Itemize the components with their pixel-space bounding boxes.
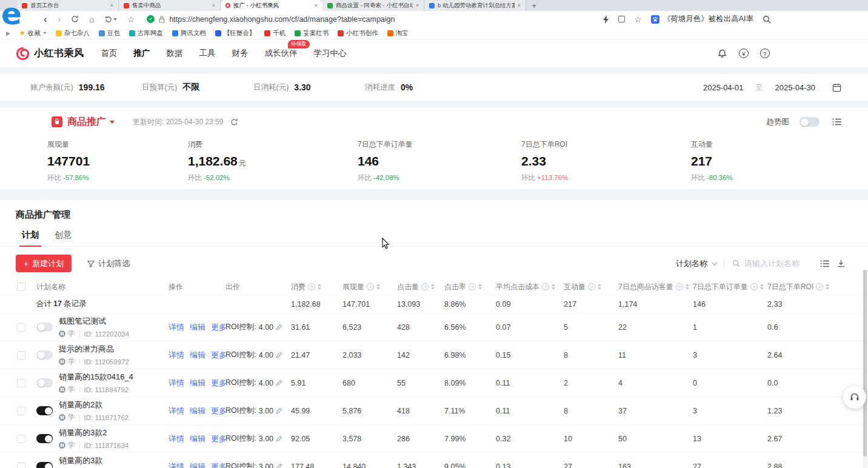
action-link-detail[interactable]: 详情 xyxy=(169,378,184,389)
edit-bid-icon[interactable] xyxy=(276,435,282,442)
campaign-filter-button[interactable]: 计划筛选 xyxy=(87,258,130,269)
customer-support-button[interactable] xyxy=(843,386,866,409)
column-header[interactable]: 展现量? xyxy=(342,282,397,292)
row-checkbox[interactable] xyxy=(17,323,25,332)
select-all-checkbox[interactable] xyxy=(17,282,25,291)
url-text[interactable]: https://chengfeng.xiaohongshu.com/cf/ad/… xyxy=(169,15,395,24)
action-link-edit[interactable]: 编辑 xyxy=(190,461,205,468)
menu-item-tools[interactable]: 工具 xyxy=(196,45,219,62)
action-link-edit[interactable]: 编辑 xyxy=(190,322,205,333)
bookmark-item[interactable]: 妥案红书 xyxy=(295,29,329,38)
campaign-name[interactable]: 销量高的15款0416_4 xyxy=(59,372,133,383)
info-icon[interactable]: ? xyxy=(750,283,758,290)
tab-close-icon[interactable]: × xyxy=(416,2,419,8)
campaign-toggle[interactable] xyxy=(36,350,53,359)
help-icon[interactable]: ? xyxy=(760,48,770,58)
action-link-more[interactable]: 更多 xyxy=(211,350,225,361)
action-link-more[interactable]: 更多 xyxy=(211,433,225,444)
home-icon[interactable]: ⌂ xyxy=(89,15,94,24)
column-header[interactable]: 7日总商品访客量? xyxy=(618,282,693,292)
back-icon[interactable]: ‹ xyxy=(44,14,47,24)
edit-bid-icon[interactable] xyxy=(276,352,282,358)
column-header[interactable]: 7日总下单ROI? xyxy=(767,282,868,292)
address-bar[interactable]: ✓ https://chengfeng.xiaohongshu.com/cf/a… xyxy=(147,15,395,24)
action-link-edit[interactable]: 编辑 xyxy=(190,433,205,444)
security-shield-icon[interactable]: ✓ xyxy=(147,15,155,23)
action-link-edit[interactable]: 编辑 xyxy=(190,350,205,361)
campaign-name[interactable]: 销量高的3款2 xyxy=(59,427,129,438)
campaign-search[interactable] xyxy=(732,259,812,268)
forward-icon[interactable]: › xyxy=(58,14,61,24)
bookmark-item[interactable]: 豆包 xyxy=(99,29,120,38)
column-config-icon[interactable] xyxy=(820,260,829,267)
screenshot-icon[interactable] xyxy=(618,16,625,22)
browser-tab-4[interactable]: 商品设置 - 阿奇索 · 小红书自动 × xyxy=(322,0,424,11)
calendar-icon[interactable] xyxy=(832,83,841,92)
action-link-detail[interactable]: 详情 xyxy=(169,433,184,444)
action-link-more[interactable]: 更多 xyxy=(211,461,225,468)
action-link-more[interactable]: 更多 xyxy=(211,322,225,333)
edit-bid-icon[interactable] xyxy=(276,324,282,330)
promotion-type-title[interactable]: 商品推广 xyxy=(67,116,106,129)
sort-icon[interactable] xyxy=(552,284,555,290)
row-checkbox[interactable] xyxy=(17,407,25,415)
column-header[interactable]: 7日总下单订单量? xyxy=(693,282,767,292)
refresh-icon[interactable] xyxy=(71,15,79,23)
action-link-more[interactable]: 更多 xyxy=(211,378,225,389)
campaign-name[interactable]: 销量高的2款 xyxy=(59,399,129,410)
menu-item-finance[interactable]: 财务 xyxy=(229,45,252,62)
tab-close-icon[interactable]: × xyxy=(110,2,113,8)
row-checkbox[interactable] xyxy=(17,435,25,443)
browser-tab-2[interactable]: 售卖中商品 × xyxy=(119,0,221,11)
tab-close-icon[interactable]: × xyxy=(518,2,521,8)
undo-dropdown-caret[interactable] xyxy=(113,18,117,21)
lightning-icon[interactable] xyxy=(603,15,609,24)
info-icon[interactable]: ? xyxy=(542,283,549,290)
download-icon[interactable] xyxy=(837,259,845,267)
browser-notification[interactable]: 《荷塘月色》被检出高AI率 xyxy=(651,14,753,24)
trend-chart-toggle[interactable] xyxy=(800,117,820,127)
info-icon[interactable]: ? xyxy=(469,283,476,290)
column-header[interactable]: 出价 xyxy=(225,282,291,292)
action-link-detail[interactable]: 详情 xyxy=(169,461,184,468)
tab-close-icon[interactable]: × xyxy=(315,2,318,8)
sort-icon[interactable] xyxy=(478,284,482,290)
bookmark-item[interactable]: 千机 xyxy=(264,29,285,38)
column-header[interactable]: 点击率? xyxy=(444,282,496,292)
finance-yen-icon[interactable]: ¥ xyxy=(739,48,749,58)
column-header[interactable]: 互动量? xyxy=(564,282,618,292)
column-header[interactable]: 操作 xyxy=(169,282,225,292)
sort-icon[interactable] xyxy=(431,284,435,290)
campaign-toggle[interactable] xyxy=(36,378,53,387)
tab-close-icon[interactable]: × xyxy=(212,2,215,8)
sort-icon[interactable] xyxy=(826,284,829,290)
brand[interactable]: 小红书乘风 xyxy=(16,47,84,61)
refresh-data-icon[interactable] xyxy=(230,118,238,126)
search-icon[interactable] xyxy=(763,15,771,24)
info-icon[interactable]: ? xyxy=(367,283,374,290)
favorites-icon[interactable]: ☆ xyxy=(634,15,642,24)
bookmark-item[interactable]: 淘宝 xyxy=(387,29,409,38)
menu-item-growth-partner[interactable]: 成长伙伴待领取 xyxy=(261,45,301,62)
browser-tab-3-active[interactable]: 推广 - 小红书乘风 × xyxy=(221,0,322,11)
scrollbar-thumb[interactable] xyxy=(863,270,867,456)
edit-bid-icon[interactable] xyxy=(276,407,282,414)
bookmark-item[interactable]: 古厍网盘 xyxy=(129,29,163,38)
sort-icon[interactable] xyxy=(760,284,764,290)
campaign-name[interactable]: 销量高的3款 xyxy=(59,455,129,466)
menu-item-home[interactable]: 首页 xyxy=(98,45,121,62)
campaign-name[interactable]: 提示的潜力商品 xyxy=(59,344,129,355)
info-icon[interactable]: ? xyxy=(588,283,595,290)
browser-tab-1[interactable]: 首页工作台 × xyxy=(17,0,119,11)
column-header[interactable]: 计划名称 xyxy=(36,282,169,292)
date-range-picker[interactable]: 2025-04-01 至 2025-04-30 xyxy=(703,82,841,93)
sort-icon[interactable] xyxy=(318,284,321,290)
bell-icon[interactable] xyxy=(717,48,727,59)
bookmark-item[interactable]: 【狂蟹会】 xyxy=(215,29,256,38)
action-link-more[interactable]: 更多 xyxy=(211,406,225,416)
info-icon[interactable]: ? xyxy=(676,283,683,290)
tab-campaign[interactable]: 计划 xyxy=(22,230,39,246)
campaign-toggle[interactable] xyxy=(36,434,53,443)
edit-bid-icon[interactable] xyxy=(276,379,282,386)
menu-item-learning-center[interactable]: 学习中心 xyxy=(310,45,350,62)
